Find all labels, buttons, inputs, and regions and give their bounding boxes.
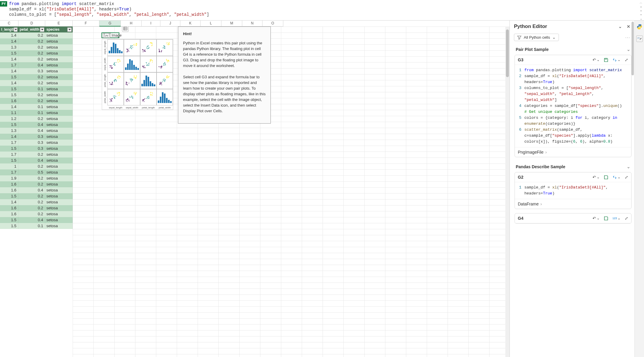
table-row[interactable]: 1.60.2setosa bbox=[0, 181, 73, 187]
column-header-o[interactable]: O bbox=[262, 21, 283, 26]
save-button[interactable] bbox=[604, 175, 608, 180]
column-header-e[interactable]: E bbox=[45, 21, 73, 26]
filter-dropdown-icon[interactable] bbox=[40, 27, 44, 32]
svg-rect-132 bbox=[127, 63, 129, 70]
filter-dropdown-icon[interactable] bbox=[67, 27, 72, 32]
table-row[interactable]: 1.40.2setosa bbox=[0, 199, 73, 205]
undo-button[interactable]: ↶⌄ bbox=[593, 57, 600, 62]
column-header-n[interactable]: N bbox=[242, 21, 262, 26]
column-header-i[interactable]: I bbox=[142, 21, 160, 26]
svg-point-285 bbox=[167, 75, 168, 76]
col-header-petal-length[interactable]: l_lengtl bbox=[0, 26, 18, 32]
table-row[interactable]: 1.50.1setosa bbox=[0, 223, 73, 229]
table-row[interactable]: 1.40.2setosa bbox=[0, 38, 73, 44]
svg-point-243 bbox=[126, 82, 127, 83]
code-editor[interactable]: 1sample_df = xl("IrisDataSet3[#All]", he… bbox=[515, 182, 631, 199]
formula-code[interactable]: from pandas.plotting import scatter_matr… bbox=[9, 0, 638, 18]
table-row[interactable]: 1.50.3setosa bbox=[0, 146, 73, 152]
table-row[interactable]: 1.40.2setosa bbox=[0, 80, 73, 86]
scrollbar-thumb[interactable] bbox=[506, 29, 509, 77]
output-type-button[interactable]: ⌄ bbox=[612, 58, 620, 62]
spreadsheet-grid[interactable]: CDEFGHIJKLMNO l_lengtl petal_width speci… bbox=[0, 21, 509, 357]
table-row[interactable]: 1.50.4setosa bbox=[0, 158, 73, 163]
column-header-f[interactable]: F bbox=[73, 21, 99, 26]
table-row[interactable]: 1.70.5setosa bbox=[0, 169, 73, 175]
scrollbar-thumb[interactable] bbox=[632, 22, 634, 75]
table-row[interactable]: 1.40.3setosa bbox=[0, 68, 73, 74]
more-options-icon[interactable]: ··· bbox=[625, 35, 630, 40]
output-preview[interactable]: PngImageFile › bbox=[515, 147, 631, 157]
svg-point-382 bbox=[144, 99, 145, 100]
expand-button[interactable]: ⤢ bbox=[625, 216, 628, 221]
table-row[interactable]: 1.50.2setosa bbox=[0, 50, 73, 56]
table-row[interactable]: 1.70.3setosa bbox=[0, 140, 73, 146]
svg-rect-385 bbox=[158, 100, 159, 103]
edit-python-icon[interactable]: PY bbox=[636, 35, 643, 42]
close-icon[interactable]: ✕ bbox=[627, 24, 630, 29]
undo-button[interactable]: ↶⌄ bbox=[593, 175, 600, 180]
column-header-l[interactable]: L bbox=[201, 21, 221, 26]
table-row[interactable]: 1.50.4setosa bbox=[0, 217, 73, 223]
col-header-petal-width[interactable]: petal_width bbox=[18, 26, 45, 32]
column-header-m[interactable]: M bbox=[221, 21, 242, 26]
output-type-button[interactable]: ⌄ bbox=[612, 175, 620, 180]
save-button[interactable] bbox=[604, 58, 608, 62]
collapse-icon[interactable]: ⌄ bbox=[618, 24, 622, 29]
table-row[interactable]: 10.2setosa bbox=[0, 163, 73, 169]
svg-rect-8 bbox=[117, 48, 118, 53]
table-row[interactable]: 1.50.4setosa bbox=[0, 122, 73, 128]
table-row[interactable]: 1.60.2setosa bbox=[0, 211, 73, 217]
svg-point-165 bbox=[143, 66, 143, 66]
output-type-button[interactable]: 123⌄ bbox=[612, 216, 620, 220]
table-row[interactable]: 1.10.1setosa bbox=[0, 110, 73, 116]
pair-plot-image[interactable]: sepal_lengthsepal_widthpetal_lengthpetal… bbox=[102, 39, 173, 110]
filter-dropdown-icon[interactable] bbox=[14, 27, 18, 32]
panel-scrollbar[interactable] bbox=[632, 21, 634, 357]
svg-point-130 bbox=[117, 61, 118, 62]
table-row[interactable]: 1.50.2setosa bbox=[0, 193, 73, 199]
column-header-h[interactable]: H bbox=[121, 21, 142, 26]
section-pair-plot[interactable]: Pair Plot Sample ⌄ bbox=[515, 44, 632, 55]
column-header-k[interactable]: K bbox=[180, 21, 201, 26]
table-row[interactable]: 1.40.1setosa bbox=[0, 104, 73, 110]
svg-point-380 bbox=[148, 97, 149, 98]
column-header-c[interactable]: C bbox=[0, 21, 18, 26]
section-describe[interactable]: Pandas Describe Sample ⌄ bbox=[515, 161, 632, 172]
svg-point-103 bbox=[118, 62, 119, 63]
table-row[interactable]: 1.90.2setosa bbox=[0, 175, 73, 181]
python-logo-icon[interactable] bbox=[636, 24, 643, 30]
formula-expand[interactable]: ︿•••⌄ bbox=[638, 0, 644, 20]
table-row[interactable]: 1.30.2setosa bbox=[0, 44, 73, 50]
table-row[interactable]: 1.20.2setosa bbox=[0, 116, 73, 122]
table-row[interactable]: 1.60.4setosa bbox=[0, 187, 73, 193]
table-row[interactable]: 1.70.2setosa bbox=[0, 152, 73, 158]
output-preview[interactable]: DataFrame › bbox=[515, 199, 631, 209]
table-row[interactable]: 1.60.2setosa bbox=[0, 98, 73, 104]
expand-button[interactable]: ⤢ bbox=[625, 57, 628, 62]
column-header-j[interactable]: J bbox=[160, 21, 180, 26]
filter-all-cells[interactable]: All Python cells ⌄ bbox=[514, 34, 559, 41]
svg-point-31 bbox=[136, 43, 137, 44]
table-row[interactable]: 1.40.2setosa bbox=[0, 56, 73, 62]
table-row[interactable]: 1.60.2setosa bbox=[0, 205, 73, 211]
table-row[interactable]: 1.50.1setosa bbox=[0, 86, 73, 92]
table-row[interactable]: 1.40.3setosa bbox=[0, 134, 73, 140]
selected-cell-g3[interactable]: [PY] Image bbox=[101, 32, 119, 38]
column-header-g[interactable]: G bbox=[99, 21, 121, 26]
table-row[interactable]: 1.50.2setosa bbox=[0, 92, 73, 98]
table-row[interactable]: 1.50.2setosa bbox=[0, 74, 73, 80]
code-editor[interactable]: 1from pandas.plotting import scatter_mat… bbox=[515, 65, 631, 147]
column-header-d[interactable]: D bbox=[18, 21, 45, 26]
svg-point-26 bbox=[126, 49, 127, 49]
vertical-scrollbar[interactable] bbox=[505, 26, 509, 357]
undo-button[interactable]: ↶⌄ bbox=[593, 216, 600, 221]
svg-point-19 bbox=[135, 44, 135, 45]
insert-data-button[interactable] bbox=[122, 26, 129, 32]
expand-button[interactable]: ⤢ bbox=[625, 175, 628, 180]
col-header-species[interactable]: species bbox=[45, 26, 73, 32]
table-row[interactable]: 1.30.4setosa bbox=[0, 128, 73, 134]
svg-point-215 bbox=[118, 77, 118, 78]
table-row[interactable]: 1.70.4setosa bbox=[0, 62, 73, 68]
table-row[interactable]: 1.40.2setosa bbox=[0, 32, 73, 38]
save-button[interactable] bbox=[604, 216, 608, 221]
